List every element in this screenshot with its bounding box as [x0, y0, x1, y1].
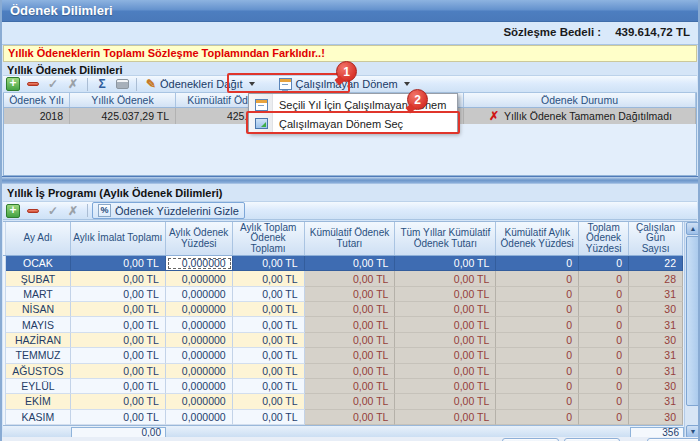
total-percent-cell[interactable]: 0	[579, 271, 629, 286]
table-row[interactable]: EYLÜL 0,00 TL 0,000000 0,00 TL 0,00 TL 0…	[3, 379, 683, 394]
all-years-cumulative-cell[interactable]: 0,00 TL	[395, 348, 496, 363]
production-total-cell[interactable]: 0,00 TL	[71, 302, 166, 317]
cumulative-allowance-cell[interactable]: 0,00 TL	[305, 364, 396, 379]
allowance-percent-cell[interactable]: 0,000000	[166, 271, 233, 286]
allowance-percent-cell[interactable]: 0,000000	[166, 410, 233, 425]
total-percent-cell[interactable]: 0	[579, 302, 629, 317]
hide-percentages-toggle[interactable]: % Ödenek Yüzdelerini Gizle	[92, 202, 245, 219]
table-row[interactable]: NİSAN 0,00 TL 0,000000 0,00 TL 0,00 TL 0…	[3, 302, 683, 317]
all-years-cumulative-cell[interactable]: 0,00 TL	[395, 256, 496, 271]
allowance-percent-cell[interactable]: 0,000000	[166, 333, 233, 348]
sum-button[interactable]: Σ	[93, 76, 111, 92]
working-days-cell[interactable]: 30	[629, 379, 683, 394]
cumulative-allowance-cell[interactable]: 0,00 TL	[305, 317, 396, 332]
monthly-allowance-total-cell[interactable]: 0,00 TL	[233, 302, 305, 317]
remove-row-button[interactable]	[24, 203, 42, 219]
month-cell[interactable]: MAYIS	[6, 317, 71, 332]
column-header-tum-yillar[interactable]: Tüm Yıllar Kümülatif Ödenek Tutarı	[395, 222, 496, 255]
cancel-button[interactable]: ✗	[64, 76, 82, 92]
production-total-cell[interactable]: 0,00 TL	[71, 333, 166, 348]
month-cell[interactable]: EKİM	[6, 394, 71, 409]
working-days-cell[interactable]: 22	[629, 256, 683, 271]
cumulative-allowance-cell[interactable]: 0,00 TL	[305, 410, 396, 425]
all-years-cumulative-cell[interactable]: 0,00 TL	[395, 364, 496, 379]
allowance-percent-cell[interactable]: 0,000000	[166, 287, 233, 302]
monthly-allowance-total-cell[interactable]: 0,00 TL	[233, 333, 305, 348]
cancel-button[interactable]: ✗	[64, 203, 82, 219]
allowance-percent-cell[interactable]: 0,000000	[166, 394, 233, 409]
apply-button[interactable]: ✓	[44, 203, 62, 219]
total-percent-cell[interactable]: 0	[579, 317, 629, 332]
vertical-scrollbar[interactable]: ▲ ▼	[684, 222, 700, 438]
monthly-allowance-total-cell[interactable]: 0,00 TL	[233, 364, 305, 379]
cumulative-percent-cell[interactable]: 0	[496, 256, 579, 271]
working-days-cell[interactable]: 31	[629, 394, 683, 409]
monthly-allowance-total-cell[interactable]: 0,00 TL	[233, 287, 305, 302]
all-years-cumulative-cell[interactable]: 0,00 TL	[395, 410, 496, 425]
working-days-cell[interactable]: 31	[629, 317, 683, 332]
all-years-cumulative-cell[interactable]: 0,00 TL	[395, 287, 496, 302]
month-cell[interactable]: TEMMUZ	[6, 348, 71, 363]
column-header-yillik-odenek[interactable]: Yıllık Ödenek	[70, 93, 176, 107]
table-row[interactable]: MAYIS 0,00 TL 0,000000 0,00 TL 0,00 TL 0…	[3, 317, 683, 332]
cumulative-allowance-cell[interactable]: 0,00 TL	[305, 394, 396, 409]
month-cell[interactable]: HAZİRAN	[6, 333, 71, 348]
all-years-cumulative-cell[interactable]: 0,00 TL	[395, 302, 496, 317]
month-cell[interactable]: EYLÜL	[6, 379, 71, 394]
scroll-up-button[interactable]: ▲	[686, 222, 700, 235]
cumulative-allowance-cell[interactable]: 0,00 TL	[305, 302, 396, 317]
monthly-allowance-total-cell[interactable]: 0,00 TL	[233, 317, 305, 332]
cumulative-allowance-cell[interactable]: 0,00 TL	[305, 379, 396, 394]
monthly-allowance-total-cell[interactable]: 0,00 TL	[233, 394, 305, 409]
working-days-cell[interactable]: 31	[629, 287, 683, 302]
all-years-cumulative-cell[interactable]: 0,00 TL	[395, 317, 496, 332]
annual-allowance-cell[interactable]: 425.037,29 TL	[70, 108, 176, 124]
allowance-percent-cell[interactable]: 0,000000	[166, 348, 233, 363]
cumulative-percent-cell[interactable]: 0	[496, 410, 579, 425]
column-header-calisilan-gun[interactable]: Çalışılan Gün Sayısı	[629, 222, 683, 255]
allowance-percent-cell[interactable]: 0,000000	[166, 302, 233, 317]
status-cell[interactable]: ✗ Yıllık Ödenek Tamamen Dağıtılmadı	[464, 108, 696, 124]
cumulative-percent-cell[interactable]: 0	[496, 394, 579, 409]
working-days-cell[interactable]: 30	[629, 333, 683, 348]
table-row[interactable]: AĞUSTOS 0,00 TL 0,000000 0,00 TL 0,00 TL…	[3, 364, 683, 379]
all-years-cumulative-cell[interactable]: 0,00 TL	[395, 271, 496, 286]
working-days-cell[interactable]: 28	[629, 271, 683, 286]
total-percent-cell[interactable]: 0	[579, 287, 629, 302]
column-header-aylik-imalat[interactable]: Aylık İmalat Toplamı	[71, 222, 166, 255]
cumulative-percent-cell[interactable]: 0	[496, 364, 579, 379]
cumulative-allowance-cell[interactable]: 0,00 TL	[305, 287, 396, 302]
cumulative-allowance-cell[interactable]: 0,00 TL	[305, 256, 396, 271]
production-total-cell[interactable]: 0,00 TL	[71, 364, 166, 379]
cumulative-percent-cell[interactable]: 0	[496, 287, 579, 302]
scrollbar-thumb[interactable]	[686, 236, 700, 406]
monthly-allowance-total-cell[interactable]: 0,00 TL	[233, 348, 305, 363]
working-days-cell[interactable]: 30	[629, 302, 683, 317]
column-header-kumulatif-aylik-yuzde[interactable]: Kümülatif Aylık Ödenek Yüzdesi	[496, 222, 579, 255]
all-years-cumulative-cell[interactable]: 0,00 TL	[395, 394, 496, 409]
production-total-cell[interactable]: 0,00 TL	[71, 271, 166, 286]
month-cell[interactable]: NİSAN	[6, 302, 71, 317]
table-row[interactable]: HAZİRAN 0,00 TL 0,000000 0,00 TL 0,00 TL…	[3, 333, 683, 348]
working-days-cell[interactable]: 31	[629, 348, 683, 363]
cumulative-percent-cell[interactable]: 0	[496, 348, 579, 363]
monthly-allowance-total-cell[interactable]: 0,00 TL	[233, 271, 305, 286]
monthly-allowance-total-cell[interactable]: 0,00 TL	[233, 379, 305, 394]
total-percent-cell[interactable]: 0	[579, 394, 629, 409]
column-header-toplam-yuzde[interactable]: Toplam Ödenek Yüzdesi	[579, 222, 629, 255]
total-percent-cell[interactable]: 0	[579, 348, 629, 363]
allowance-percent-cell[interactable]: 0,000000	[166, 317, 233, 332]
cumulative-percent-cell[interactable]: 0	[496, 379, 579, 394]
production-total-cell[interactable]: 0,00 TL	[71, 348, 166, 363]
month-cell[interactable]: AĞUSTOS	[6, 364, 71, 379]
working-days-cell[interactable]: 30	[629, 410, 683, 425]
cumulative-allowance-cell[interactable]: 0,00 TL	[305, 333, 396, 348]
total-percent-cell[interactable]: 0	[579, 379, 629, 394]
production-total-cell[interactable]: 0,00 TL	[71, 287, 166, 302]
table-row[interactable]: ŞUBAT 0,00 TL 0,000000 0,00 TL 0,00 TL 0…	[3, 271, 683, 286]
column-header-odenek-durumu[interactable]: Ödenek Durumu	[464, 93, 696, 107]
production-total-cell[interactable]: 0,00 TL	[71, 394, 166, 409]
cumulative-percent-cell[interactable]: 0	[496, 317, 579, 332]
column-header-ay-adi[interactable]: Ay Adı	[6, 222, 71, 255]
table-row[interactable]: KASIM 0,00 TL 0,000000 0,00 TL 0,00 TL 0…	[3, 410, 683, 425]
